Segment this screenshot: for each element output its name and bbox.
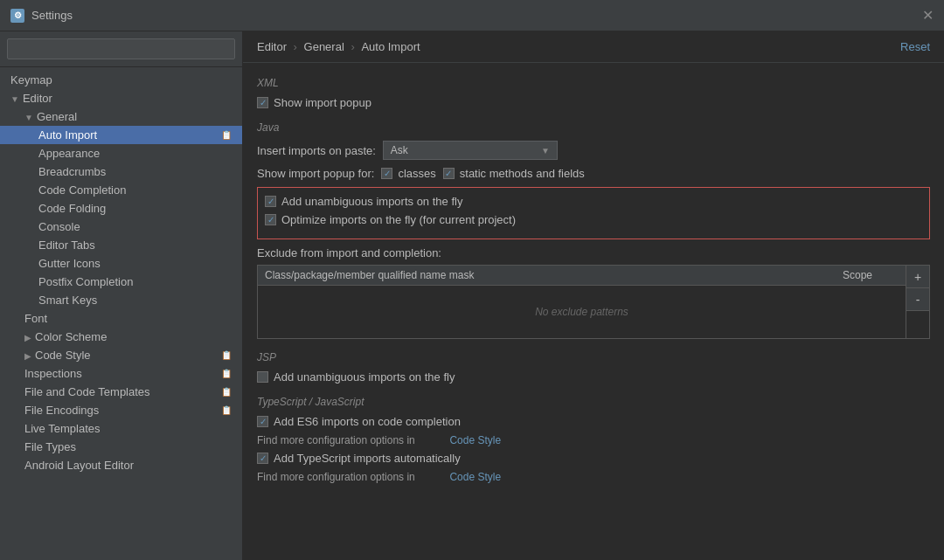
insert-imports-label: Insert imports on paste:: [257, 144, 376, 157]
sidebar-item-label: Appearance: [38, 147, 100, 160]
ts-note1-row: Find more configuration options in Code …: [257, 433, 930, 446]
xml-show-import-row: Show import popup: [257, 96, 930, 109]
sidebar-item-live-templates[interactable]: Live Templates: [0, 419, 242, 438]
sidebar-item-label: Code Folding: [38, 202, 106, 215]
dropdown-arrow-icon: ▼: [541, 146, 550, 156]
sidebar-item-console[interactable]: Console: [0, 218, 242, 236]
show-import-popup-for-row: Show import popup for: classes static me…: [257, 167, 930, 180]
ts-note2-text: Find more configuration options in: [257, 471, 415, 483]
copy-icon: 📋: [221, 387, 232, 397]
show-import-popup-label: Show import popup: [274, 96, 371, 109]
sidebar-item-appearance[interactable]: Appearance: [0, 144, 242, 162]
table-actions: + -: [906, 266, 929, 338]
classes-label: classes: [398, 167, 435, 180]
insert-imports-dropdown[interactable]: Ask ▼: [383, 141, 558, 160]
exclude-table-container: Class/package/member qualified name mask…: [257, 265, 930, 339]
add-es6-checkbox-item[interactable]: Add ES6 imports on code completion: [257, 415, 461, 428]
add-typescript-checkbox-item[interactable]: Add TypeScript imports automatically: [257, 452, 461, 465]
sidebar-item-inspections[interactable]: Inspections 📋: [0, 364, 242, 383]
window-title: Settings: [31, 9, 73, 22]
title-bar: ⚙ Settings ✕: [0, 0, 944, 31]
jsp-unambiguous-checkbox[interactable]: [257, 371, 268, 383]
search-input[interactable]: [7, 38, 235, 59]
typescript-section: TypeScript / JavaScript Add ES6 imports …: [257, 396, 930, 483]
sidebar-item-editor-tabs[interactable]: Editor Tabs: [0, 236, 242, 254]
no-patterns-label: No exclude patterns: [535, 306, 628, 318]
sidebar-item-code-folding[interactable]: Code Folding: [0, 199, 242, 218]
table-add-button[interactable]: +: [906, 266, 929, 288]
sidebar-item-label: Keymap: [10, 73, 52, 86]
sidebar-item-color-scheme[interactable]: ▶Color Scheme: [0, 328, 242, 346]
sidebar-item-font[interactable]: Font: [0, 309, 242, 328]
sidebar-item-general[interactable]: ▼General: [0, 107, 242, 126]
sidebar-item-file-types[interactable]: File Types: [0, 438, 242, 456]
copy-icon: 📋: [221, 130, 232, 140]
ts-note1-text: Find more configuration options in: [257, 434, 415, 446]
jsp-section: JSP Add unambiguous imports on the fly: [257, 351, 930, 384]
copy-icon: 📋: [221, 405, 232, 415]
jsp-unambiguous-checkbox-item[interactable]: Add unambiguous imports on the fly: [257, 370, 455, 384]
ts-code-style-link-1[interactable]: Code Style: [449, 434, 501, 446]
sidebar-item-code-completion[interactable]: Code Completion: [0, 181, 242, 199]
optimize-imports-row: Optimize imports on the fly (for current…: [265, 213, 922, 226]
jsp-unambiguous-row: Add unambiguous imports on the fly: [257, 370, 930, 384]
ts-code-style-link-2[interactable]: Code Style: [449, 471, 501, 483]
table-remove-button[interactable]: -: [906, 288, 929, 311]
sidebar-item-label: General: [37, 110, 77, 123]
sidebar-item-label: Code Style: [35, 349, 91, 362]
sidebar-item-file-encodings[interactable]: File Encodings 📋: [0, 401, 242, 419]
table-body: No exclude patterns: [258, 286, 906, 338]
add-unambiguous-row: Add unambiguous imports on the fly: [265, 195, 922, 208]
sidebar-item-label: Postfix Completion: [38, 275, 133, 288]
add-es6-label: Add ES6 imports on code completion: [274, 415, 461, 428]
sidebar-item-breadcrumbs[interactable]: Breadcrumbs: [0, 162, 242, 181]
sidebar-item-label: Editor: [23, 92, 52, 105]
sidebar-item-label: File and Code Templates: [24, 385, 150, 398]
breadcrumb-part-3: Auto Import: [361, 40, 420, 53]
sidebar-item-label: Inspections: [24, 367, 82, 380]
sidebar-item-postfix-completion[interactable]: Postfix Completion: [0, 273, 242, 291]
dropdown-value: Ask: [391, 144, 408, 156]
table-col-scope: Scope: [836, 266, 906, 285]
static-methods-checkbox-item[interactable]: static methods and fields: [443, 167, 585, 180]
add-typescript-checkbox[interactable]: [257, 453, 268, 464]
sidebar-item-label: Gutter Icons: [38, 257, 101, 270]
optimize-imports-checkbox[interactable]: [265, 214, 276, 225]
sidebar-item-file-and-code-templates[interactable]: File and Code Templates 📋: [0, 383, 242, 401]
add-typescript-label: Add TypeScript imports automatically: [274, 452, 461, 465]
close-button[interactable]: ✕: [922, 7, 934, 24]
sidebar-item-android-layout-editor[interactable]: Android Layout Editor: [0, 456, 242, 474]
title-bar-left: ⚙ Settings: [10, 9, 73, 23]
arrow-icon: ▼: [10, 94, 19, 104]
exclude-label: Exclude from import and completion:: [257, 246, 930, 259]
add-unambiguous-checkbox[interactable]: [265, 196, 276, 207]
sidebar-item-label: File Encodings: [24, 404, 99, 417]
breadcrumb-sep-2: ›: [351, 40, 357, 53]
add-unambiguous-checkbox-item[interactable]: Add unambiguous imports on the fly: [265, 195, 462, 208]
breadcrumb-part-2: General: [304, 40, 344, 53]
show-import-popup-checkbox[interactable]: [257, 97, 268, 108]
arrow-icon: ▼: [24, 113, 33, 122]
add-es6-checkbox[interactable]: [257, 416, 268, 427]
sidebar-item-label: Android Layout Editor: [24, 459, 134, 472]
sidebar-item-gutter-icons[interactable]: Gutter Icons: [0, 254, 242, 273]
optimize-imports-checkbox-item[interactable]: Optimize imports on the fly (for current…: [265, 213, 516, 226]
sidebar-item-auto-import[interactable]: Auto Import 📋: [0, 126, 242, 144]
copy-icon: 📋: [221, 369, 232, 378]
sidebar-item-label: Color Scheme: [35, 330, 107, 343]
show-import-popup-checkbox-item[interactable]: Show import popup: [257, 96, 371, 109]
static-methods-checkbox[interactable]: [443, 168, 455, 179]
sidebar-item-editor[interactable]: ▼Editor: [0, 89, 242, 107]
classes-checkbox-item[interactable]: classes: [381, 167, 435, 180]
sidebar-item-label: Font: [24, 312, 47, 325]
reset-button[interactable]: Reset: [900, 40, 930, 53]
xml-section-label: XML: [257, 77, 930, 89]
add-unambiguous-label: Add unambiguous imports on the fly: [281, 195, 462, 208]
sidebar-item-smart-keys[interactable]: Smart Keys: [0, 291, 242, 309]
sidebar-item-keymap[interactable]: Keymap: [0, 71, 242, 89]
classes-checkbox[interactable]: [381, 168, 392, 179]
ts-note2-row: Find more configuration options in Code …: [257, 470, 930, 483]
table-col-name: Class/package/member qualified name mask: [258, 266, 836, 285]
sidebar-item-code-style[interactable]: ▶Code Style 📋: [0, 346, 242, 364]
sidebar-item-label: Smart Keys: [38, 294, 97, 307]
